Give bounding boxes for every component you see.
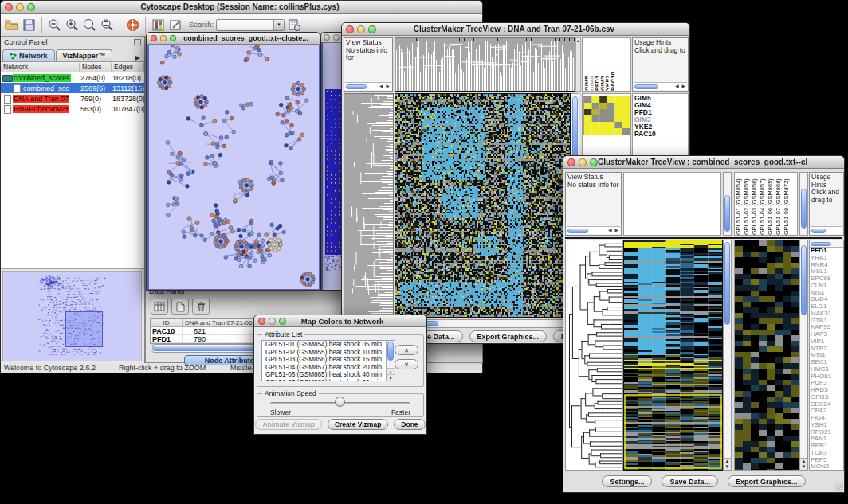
column-label[interactable]: GPL51-02 (GSM855) bbox=[743, 173, 751, 235]
close-icon[interactable] bbox=[346, 25, 354, 33]
vizmapper-icon[interactable] bbox=[151, 18, 166, 33]
close-icon[interactable] bbox=[5, 3, 13, 11]
attribute-list-item[interactable]: GPL51-06 (GSM865) heat shock 40 min bbox=[264, 371, 395, 379]
move-down-button[interactable]: ∨ bbox=[395, 359, 418, 369]
heatmap-zoom-view[interactable] bbox=[734, 240, 799, 471]
resize-grip[interactable] bbox=[834, 483, 843, 491]
advanced-search-icon[interactable] bbox=[287, 18, 302, 33]
column-dendrogram[interactable] bbox=[395, 37, 575, 92]
zoom-out-icon[interactable] bbox=[47, 18, 62, 33]
tab-network[interactable]: Network bbox=[2, 49, 55, 61]
close-icon[interactable] bbox=[258, 318, 265, 325]
heatmap-main[interactable] bbox=[395, 93, 571, 318]
minimize-icon[interactable] bbox=[579, 158, 587, 166]
attribute-list-item[interactable]: GPL51-04 (GSM857) heat shock 20 min bbox=[264, 364, 395, 372]
help-lifering-icon[interactable] bbox=[125, 18, 140, 33]
treeview-button[interactable]: Export Graphics... bbox=[469, 330, 548, 342]
column-label[interactable]: PFD1 bbox=[593, 38, 599, 91]
scroll-down-icon[interactable] bbox=[387, 374, 395, 381]
labels-vscrollbar[interactable] bbox=[799, 172, 808, 236]
attribute-list-item[interactable]: GPL51-01 (GSM854) heat shock 05 min bbox=[264, 341, 395, 349]
close-icon[interactable] bbox=[567, 158, 575, 166]
heatmap-main[interactable] bbox=[623, 240, 723, 471]
network-list-row[interactable]: DNA and Tran 07 769(0) 183728(0) bbox=[1, 93, 144, 104]
row-dendrogram[interactable] bbox=[344, 93, 394, 318]
zoom-icon[interactable] bbox=[368, 25, 376, 33]
column-label[interactable]: GPL51-07 (GSM868) bbox=[775, 173, 783, 235]
treeview-button[interactable]: Settings... bbox=[602, 475, 652, 487]
search-combobox[interactable] bbox=[216, 19, 285, 31]
gene-label[interactable]: PAC10 bbox=[634, 131, 686, 138]
column-label[interactable]: GPL51-06 (GSM865) bbox=[767, 173, 775, 235]
network-view-titlebar[interactable]: combined_scores_good.txt--cluste... bbox=[147, 33, 320, 45]
column-dendrogram-area[interactable] bbox=[623, 172, 721, 236]
column-label[interactable]: PAC10 bbox=[609, 38, 614, 91]
network-overview-canvas[interactable] bbox=[2, 271, 142, 361]
treeview-button[interactable]: Export Graphics... bbox=[728, 475, 806, 487]
network-view-canvas[interactable] bbox=[149, 45, 319, 289]
close-icon[interactable] bbox=[151, 35, 157, 41]
treeview-button[interactable]: Save Data... bbox=[662, 475, 718, 487]
move-up-button[interactable]: ∧ bbox=[395, 345, 418, 355]
zoom-icon[interactable] bbox=[590, 158, 598, 166]
minimize-icon[interactable] bbox=[357, 25, 365, 33]
zoom-vscrollbar[interactable]: ▲▼ bbox=[799, 240, 808, 471]
dialog-titlebar[interactable]: Map Colors to Network bbox=[254, 315, 426, 327]
view-status-scrollbar[interactable] bbox=[567, 226, 620, 234]
select-attributes-button[interactable] bbox=[151, 299, 168, 315]
zoom-selected-icon[interactable] bbox=[100, 18, 115, 33]
minimize-icon[interactable] bbox=[160, 35, 167, 41]
attribute-list-item[interactable]: GPL51-03 (GSM856) heat shock 15 min bbox=[264, 356, 395, 364]
delete-attribute-button[interactable] bbox=[192, 299, 210, 315]
row-dendrogram[interactable] bbox=[565, 240, 623, 471]
treeview1-titlebar[interactable]: ClusterMaker TreeView : DNA and Tran 07-… bbox=[342, 23, 689, 36]
save-session-icon[interactable] bbox=[22, 18, 37, 33]
dialog-button[interactable]: Done bbox=[394, 419, 425, 430]
speed-slider-thumb[interactable] bbox=[335, 397, 345, 407]
global-minimap-canvas[interactable] bbox=[583, 96, 631, 135]
network-list-row[interactable]: combined_scores 2764(0) 16218(0) bbox=[1, 72, 144, 83]
annotation-icon[interactable] bbox=[168, 18, 183, 33]
new-attribute-button[interactable] bbox=[171, 299, 189, 315]
listbox-vscrollbar[interactable] bbox=[386, 341, 395, 381]
view-status-scrollbar[interactable] bbox=[345, 82, 391, 90]
usage-hints-scrollbar[interactable] bbox=[811, 226, 842, 234]
dialog-button[interactable]: Create Vizmap bbox=[328, 419, 388, 430]
zoom-fit-icon[interactable] bbox=[82, 18, 97, 33]
column-header[interactable]: Edges bbox=[112, 63, 144, 71]
attribute-listbox[interactable]: GPL51-01 (GSM854) heat shock 05 minGPL51… bbox=[261, 340, 395, 381]
minimize-icon[interactable] bbox=[333, 34, 340, 41]
usage-hints-scrollbar[interactable] bbox=[634, 82, 687, 90]
id-column-header[interactable]: ID bbox=[151, 319, 183, 326]
zoom-icon[interactable] bbox=[279, 318, 286, 325]
column-label[interactable]: GPL51-03 (GSM856) bbox=[751, 173, 759, 235]
zoom-icon[interactable] bbox=[27, 3, 35, 11]
column-label[interactable]: YKE2 bbox=[603, 38, 609, 91]
open-session-icon[interactable] bbox=[4, 18, 19, 33]
tab-overflow-icon[interactable] bbox=[133, 54, 143, 61]
scroll-up-icon[interactable] bbox=[387, 368, 395, 374]
minimize-icon[interactable] bbox=[16, 3, 24, 11]
column-area-vscrollbar[interactable] bbox=[723, 172, 732, 236]
zoom-in-icon[interactable] bbox=[65, 18, 80, 33]
column-label[interactable]: GIM5 bbox=[583, 38, 588, 91]
zoom-icon[interactable] bbox=[170, 35, 176, 41]
search-input[interactable] bbox=[217, 20, 273, 30]
network-list-row[interactable]: RNAPuberNov2+ 563(0) 107847(0) bbox=[1, 104, 144, 114]
attribute-list-item[interactable]: GPL51-07 (GSM868) heat shock 60 min bbox=[264, 379, 395, 381]
column-header[interactable]: Network bbox=[1, 63, 80, 71]
main-titlebar[interactable]: Cytoscape Desktop (Session Name: collins… bbox=[1, 1, 482, 14]
network-list-row[interactable]: combined_sco 2569(6) 13112(15) bbox=[1, 83, 144, 93]
column-label[interactable]: GPL51-01 (GSM854) bbox=[735, 173, 743, 235]
column-header[interactable]: Nodes bbox=[80, 63, 112, 71]
float-panel-icon[interactable] bbox=[134, 39, 141, 45]
gene-label[interactable]: MON2 bbox=[810, 463, 843, 471]
search-dropdown-icon[interactable] bbox=[273, 20, 284, 30]
column-scroll-arrow-icon[interactable] bbox=[575, 37, 581, 92]
column-label[interactable]: GPL51-04 (GSM857) bbox=[759, 173, 767, 235]
attribute-list-item[interactable]: GPL51-02 (GSM855) heat shock 10 min bbox=[264, 349, 395, 357]
tab-vizmapper[interactable]: VizMapper™ bbox=[56, 49, 113, 61]
column-label[interactable]: GPL51-08 (GSM872) bbox=[783, 173, 791, 235]
treeview2-titlebar[interactable]: ClusterMaker TreeView : combined_scores_… bbox=[563, 156, 844, 169]
dialog-button[interactable]: Animate Vizmap bbox=[255, 419, 322, 430]
